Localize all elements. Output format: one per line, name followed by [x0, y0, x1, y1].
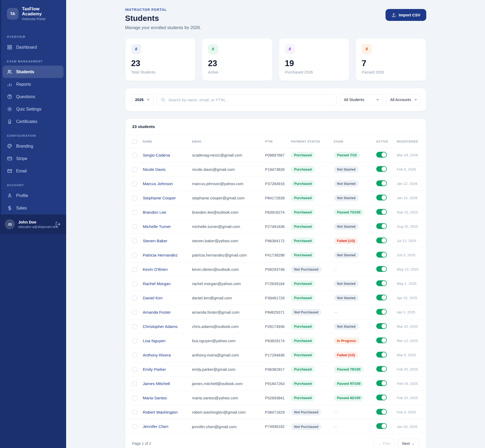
nav-section-label: Overview — [3, 29, 64, 41]
exam-status-badge: Not Started — [334, 180, 376, 187]
row-checkbox[interactable] — [132, 353, 137, 358]
active-toggle[interactable] — [376, 266, 387, 272]
student-filter-select[interactable]: All Students — [340, 94, 383, 106]
credit-card-icon — [7, 156, 12, 161]
active-toggle[interactable] — [376, 166, 387, 172]
active-toggle[interactable] — [376, 180, 387, 186]
table-row: Daniel Kim daniel.kim@gmail.com P3948172… — [125, 291, 426, 305]
student-email: marcus.johnson@yahoo.com — [192, 181, 265, 186]
exam-status-badge: Passed 79/100 — [334, 366, 376, 373]
active-toggle[interactable] — [376, 309, 387, 315]
active-toggle[interactable] — [376, 223, 387, 229]
gear-icon — [7, 106, 12, 112]
import-csv-button[interactable]: Import CSV — [386, 9, 426, 21]
sidebar-item-email[interactable]: Email — [3, 165, 64, 177]
active-toggle[interactable] — [376, 209, 387, 215]
row-checkbox[interactable] — [132, 381, 137, 386]
active-toggle[interactable] — [376, 295, 387, 300]
student-name: Nicole Davis — [143, 167, 192, 172]
active-toggle[interactable] — [376, 280, 387, 286]
sidebar-item-questions[interactable]: Questions — [3, 90, 64, 103]
student-name: Rachel Morgan — [143, 281, 192, 286]
year-select[interactable]: 2026 — [131, 94, 153, 106]
payment-status-badge: Purchased — [291, 380, 334, 387]
user-name: John Doe — [18, 220, 52, 224]
column-header-payment: Payment Status — [291, 140, 334, 143]
student-name: Lisa Nguyen — [143, 339, 192, 343]
select-all-checkbox[interactable] — [132, 139, 137, 144]
exam-status-badge: — — [334, 424, 376, 429]
active-toggle[interactable] — [376, 252, 387, 258]
payment-status-badge: Not Purchased — [291, 423, 334, 430]
logout-icon — [55, 221, 61, 227]
row-checkbox[interactable] — [132, 367, 137, 372]
row-checkbox[interactable] — [132, 196, 137, 200]
sidebar-item-sales[interactable]: Sales — [3, 202, 64, 214]
row-checkbox[interactable] — [132, 324, 137, 329]
logout-button[interactable] — [55, 221, 61, 227]
stat-label: Active — [208, 70, 266, 74]
user-avatar: JD — [5, 219, 15, 229]
row-checkbox[interactable] — [132, 253, 137, 258]
registered-date: Mar 12, 2025 — [397, 339, 419, 343]
stats-cards: # 23 Total Students # 23 Active # 19 Pur… — [125, 38, 426, 81]
sidebar-item-profile[interactable]: Profile — [3, 189, 64, 202]
row-checkbox[interactable] — [132, 181, 137, 186]
sidebar-item-reports[interactable]: Reports — [3, 78, 64, 90]
row-checkbox[interactable] — [132, 424, 137, 429]
student-ptin: P46382917 — [265, 367, 291, 372]
row-checkbox[interactable] — [132, 224, 137, 229]
row-checkbox[interactable] — [132, 239, 137, 243]
payment-status-badge: Purchased — [291, 280, 334, 287]
row-checkbox[interactable] — [132, 310, 137, 315]
row-checkbox[interactable] — [132, 167, 137, 172]
row-checkbox[interactable] — [132, 153, 137, 158]
registered-date: Jun 5, 2025 — [397, 253, 419, 257]
search-input[interactable] — [157, 94, 337, 106]
student-name: Amanda Foster — [143, 310, 192, 315]
page-indicator: Page 1 of 2 — [132, 441, 151, 446]
student-name: Christopher Adams — [143, 324, 192, 329]
upload-icon — [391, 13, 396, 17]
payment-status-badge: Purchased — [291, 252, 334, 258]
active-toggle[interactable] — [376, 423, 387, 429]
account-filter-select[interactable]: All Accounts — [386, 94, 420, 106]
active-toggle[interactable] — [376, 352, 387, 358]
sidebar-item-stripe[interactable]: Stripe — [3, 152, 64, 165]
active-toggle[interactable] — [376, 195, 387, 200]
table-row: Kevin O'Brien kevin.obrien@outlook.com P… — [125, 262, 426, 277]
active-toggle[interactable] — [376, 152, 387, 158]
active-toggle[interactable] — [376, 395, 387, 400]
sidebar-item-dashboard[interactable]: Dashboard — [3, 41, 64, 53]
student-email: james.mitchell@outlook.com — [192, 381, 265, 386]
active-toggle[interactable] — [376, 323, 387, 329]
row-checkbox[interactable] — [132, 267, 137, 272]
student-ptin: P28174936 — [265, 324, 291, 329]
sidebar-item-branding[interactable]: Branding — [3, 140, 64, 152]
row-checkbox[interactable] — [132, 396, 137, 400]
row-checkbox[interactable] — [132, 339, 137, 343]
nav-section-label: Configuration — [3, 128, 64, 140]
active-toggle[interactable] — [376, 337, 387, 343]
registered-date: Mar 19, 2026 — [397, 153, 419, 157]
row-checkbox[interactable] — [132, 281, 137, 286]
row-checkbox[interactable] — [132, 410, 137, 415]
table-header-row: Name Email PTIN Payment Status Exam Acti… — [125, 135, 426, 148]
table-body: Sergio Cadena scadenag+test1@gmail.com P… — [125, 148, 426, 434]
payment-status-badge: Not Purchased — [291, 309, 334, 316]
filter-bar: 2026 All Students All Accounts — [125, 88, 426, 111]
active-toggle[interactable] — [376, 237, 387, 243]
row-checkbox[interactable] — [132, 296, 137, 300]
sidebar-item-certificates[interactable]: Certificates — [3, 115, 64, 128]
active-toggle[interactable] — [376, 409, 387, 415]
active-toggle[interactable] — [376, 366, 387, 372]
student-email: lisa.nguyen@yahoo.com — [192, 339, 265, 343]
exam-status-badge: Not Started — [334, 166, 376, 173]
sidebar-item-students[interactable]: Students — [3, 66, 64, 78]
active-toggle[interactable] — [376, 380, 387, 386]
row-checkbox[interactable] — [132, 210, 137, 215]
next-page-button[interactable]: Next → — [398, 438, 419, 448]
prev-page-button[interactable]: ← Prev — [374, 438, 395, 448]
stat-value: 19 — [285, 59, 343, 68]
sidebar-item-quiz-settings[interactable]: Quiz Settings — [3, 103, 64, 115]
